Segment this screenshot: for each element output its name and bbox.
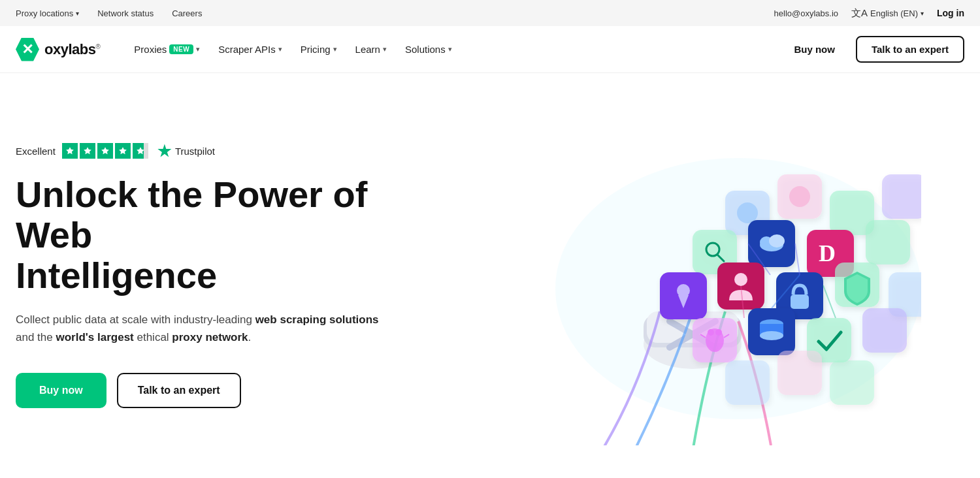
trustpilot-logo-icon: [157, 144, 172, 158]
hero-section: Excellent Trustpi: [0, 73, 980, 478]
hero-subtext: Collect public data at scale with indust…: [16, 311, 382, 346]
language-label: English (EN): [870, 8, 918, 18]
nav-solutions[interactable]: Solutions ▾: [397, 39, 460, 60]
nav-proxies-label: Proxies: [134, 44, 167, 55]
email-address: hello@oxylabs.io: [774, 8, 838, 18]
trustpilot-stars: [62, 143, 148, 159]
svg-point-25: [734, 273, 747, 286]
new-badge: NEW: [169, 44, 193, 54]
language-selector[interactable]: 文A English (EN) ▾: [851, 7, 924, 20]
nav-solutions-chevron: ▾: [448, 45, 452, 54]
nav-proxies[interactable]: Proxies NEW ▾: [126, 39, 208, 60]
trustpilot-name: Trustpilot: [175, 146, 215, 157]
hero-sub-end: .: [248, 331, 252, 343]
star-2: [80, 143, 95, 159]
hero-sub-bold3: proxy network: [172, 331, 248, 343]
iso-illustration-svg: D: [477, 106, 921, 445]
nav-scraper-chevron: ▾: [278, 45, 282, 54]
translate-icon: 文A: [851, 7, 868, 20]
nav-talk-expert-button[interactable]: Talk to an expert: [856, 36, 964, 63]
logo-x: ✕: [22, 42, 33, 57]
proxy-locations-label: Proxy locations: [16, 8, 73, 18]
nav-pricing-chevron: ▾: [333, 45, 337, 54]
careers-label: Careers: [172, 8, 202, 18]
trustpilot-logo: Trustpilot: [157, 144, 215, 158]
hero-left: Excellent Trustpi: [16, 143, 434, 407]
nav-scraper-apis[interactable]: Scraper APIs ▾: [210, 39, 290, 60]
hero-sub-bold2: world's largest: [56, 331, 133, 343]
hero-buttons: Buy now Talk to an expert: [16, 373, 408, 408]
nav-pricing-label: Pricing: [301, 44, 331, 55]
nav-proxies-chevron: ▾: [196, 45, 200, 54]
email-link[interactable]: hello@oxylabs.io: [774, 8, 838, 18]
nav-pricing[interactable]: Pricing ▾: [293, 39, 345, 60]
svg-rect-41: [862, 308, 907, 353]
hero-talk-expert-button[interactable]: Talk to an expert: [117, 373, 241, 408]
hero-headline: Unlock the Power of Web Intelligence: [16, 174, 408, 295]
svg-rect-11: [882, 174, 921, 219]
hero-sub-prefix: Collect public data at scale with indust…: [16, 313, 255, 326]
svg-rect-42: [725, 360, 770, 405]
svg-text:D: D: [819, 240, 836, 266]
nav-solutions-label: Solutions: [405, 44, 446, 55]
hero-headline-line2: Intelligence: [16, 255, 217, 296]
language-chevron: ▾: [921, 10, 924, 17]
navbar: ✕ oxylabs® Proxies NEW ▾ Scraper APIs ▾ …: [0, 26, 980, 73]
iso-grid: D: [477, 106, 921, 445]
top-bar: Proxy locations ▾ Network status Careers…: [0, 0, 980, 26]
logo-text: oxylabs®: [44, 41, 100, 58]
nav-items: Proxies NEW ▾ Scraper APIs ▾ Pricing ▾ L…: [126, 39, 783, 60]
login-link[interactable]: Log in: [937, 8, 964, 18]
trustpilot-row: Excellent Trustpi: [16, 143, 408, 159]
hero-buy-now-button[interactable]: Buy now: [16, 373, 106, 408]
proxy-locations-chevron: ▾: [76, 10, 79, 17]
star-4: [115, 143, 131, 159]
svg-point-9: [789, 186, 810, 207]
star-half: [133, 143, 148, 159]
star-3: [97, 143, 113, 159]
hero-headline-line1: Unlock the Power of Web: [16, 174, 367, 255]
careers-link[interactable]: Careers: [172, 8, 202, 18]
nav-learn[interactable]: Learn ▾: [348, 39, 395, 60]
nav-learn-chevron: ▾: [383, 45, 387, 54]
nav-learn-label: Learn: [355, 44, 380, 55]
logo[interactable]: ✕ oxylabs®: [16, 38, 100, 61]
top-bar-left: Proxy locations ▾ Network status Careers: [16, 8, 202, 18]
svg-rect-21: [866, 220, 910, 264]
svg-rect-43: [777, 351, 822, 395]
trustpilot-label: Excellent: [16, 146, 56, 157]
network-status-label: Network status: [97, 8, 154, 18]
logo-icon: ✕: [16, 38, 39, 61]
star-1: [62, 143, 78, 159]
hero-sub-bold1: web scraping solutions: [255, 313, 379, 326]
hero-sub-after: ethical: [134, 331, 172, 343]
hero-illustration: D: [434, 106, 964, 445]
top-bar-right: hello@oxylabs.io 文A English (EN) ▾ Log i…: [774, 7, 964, 20]
proxy-locations-link[interactable]: Proxy locations ▾: [16, 8, 79, 18]
svg-point-33: [715, 329, 722, 336]
network-status-link[interactable]: Network status: [97, 8, 154, 18]
svg-rect-44: [830, 360, 874, 405]
nav-right: Buy now Talk to an expert: [783, 36, 964, 63]
nav-buy-now-button[interactable]: Buy now: [783, 39, 845, 60]
svg-point-7: [737, 202, 758, 223]
svg-rect-27: [791, 295, 809, 309]
hero-sub-mid: and the: [16, 331, 56, 343]
svg-point-18: [769, 234, 785, 247]
svg-point-32: [708, 329, 714, 336]
svg-point-39: [760, 331, 783, 340]
nav-scraper-label: Scraper APIs: [218, 44, 276, 55]
